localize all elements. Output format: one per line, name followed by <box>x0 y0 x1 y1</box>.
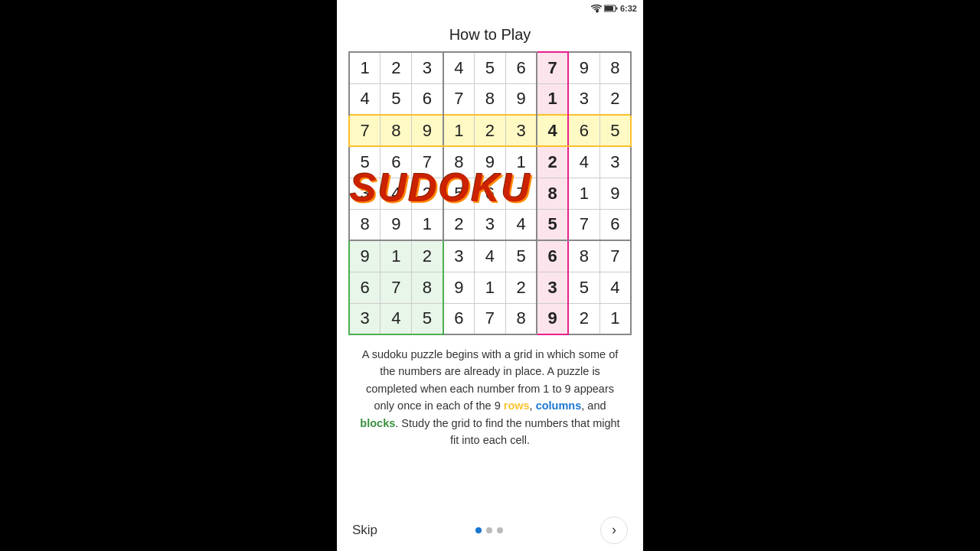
cell-8-4[interactable]: 9 <box>443 272 475 303</box>
cell-9-6[interactable]: 8 <box>505 303 537 334</box>
cell-3-5[interactable]: 2 <box>475 115 506 146</box>
cell-5-9[interactable]: 9 <box>599 178 631 209</box>
cell-9-3[interactable]: 5 <box>412 303 443 334</box>
cell-8-7[interactable]: 3 <box>537 272 568 303</box>
cell-4-5[interactable]: 9 <box>475 146 506 178</box>
cell-5-1[interactable]: 3 <box>349 178 381 209</box>
cell-8-1[interactable]: 6 <box>349 272 381 303</box>
cell-3-4[interactable]: 1 <box>443 115 475 146</box>
cell-5-8[interactable]: 1 <box>568 178 599 209</box>
cell-9-1[interactable]: 3 <box>349 303 381 334</box>
cell-6-9[interactable]: 6 <box>599 209 631 240</box>
description-text: A sudoku puzzle begins with a grid in wh… <box>356 346 624 449</box>
cell-4-4[interactable]: 8 <box>443 146 475 178</box>
cell-2-1[interactable]: 4 <box>349 83 381 115</box>
cell-7-1[interactable]: 9 <box>349 240 381 272</box>
cell-8-3[interactable]: 8 <box>412 272 443 303</box>
cell-2-8[interactable]: 3 <box>568 83 599 115</box>
sudoku-grid: 1 2 3 4 5 6 7 9 8 4 5 6 7 8 9 <box>348 51 632 335</box>
cell-6-7[interactable]: 5 <box>537 209 568 240</box>
cell-1-4[interactable]: 4 <box>443 52 475 83</box>
cell-2-5[interactable]: 8 <box>475 83 506 115</box>
bottom-bar: Skip › <box>337 509 643 551</box>
desc-part-4: . Study the grid to find the numbers tha… <box>395 417 619 446</box>
cell-8-9[interactable]: 4 <box>599 272 631 303</box>
cell-6-6[interactable]: 4 <box>505 209 537 240</box>
cell-6-5[interactable]: 3 <box>475 209 506 240</box>
cell-4-6[interactable]: 1 <box>505 146 537 178</box>
cell-9-2[interactable]: 4 <box>381 303 412 334</box>
cell-1-1[interactable]: 1 <box>349 52 381 83</box>
cell-4-9[interactable]: 3 <box>599 146 631 178</box>
cell-9-8[interactable]: 2 <box>568 303 599 334</box>
next-icon: › <box>612 522 616 538</box>
dot-3 <box>497 527 503 533</box>
cell-1-3[interactable]: 3 <box>412 52 443 83</box>
cell-3-6[interactable]: 3 <box>505 115 537 146</box>
next-button[interactable]: › <box>600 517 628 544</box>
desc-part-2: , <box>530 399 536 412</box>
phone-screen: 6:32 How to Play 1 2 3 4 5 6 7 9 8 <box>337 0 643 551</box>
cell-8-2[interactable]: 7 <box>381 272 412 303</box>
cell-7-3[interactable]: 2 <box>412 240 443 272</box>
cell-1-8[interactable]: 9 <box>568 52 599 83</box>
cell-1-9[interactable]: 8 <box>599 52 631 83</box>
cell-1-6[interactable]: 6 <box>505 52 537 83</box>
svg-rect-1 <box>605 6 613 11</box>
cell-5-4[interactable]: 5 <box>443 178 475 209</box>
cell-5-5[interactable]: 6 <box>475 178 506 209</box>
cell-4-7[interactable]: 2 <box>537 146 568 178</box>
status-bar: 6:32 <box>337 0 643 17</box>
cell-9-4[interactable]: 6 <box>443 303 475 334</box>
cell-2-6[interactable]: 9 <box>505 83 537 115</box>
cell-8-6[interactable]: 2 <box>505 272 537 303</box>
cell-2-2[interactable]: 5 <box>381 83 412 115</box>
cell-6-2[interactable]: 9 <box>381 209 412 240</box>
skip-button[interactable]: Skip <box>352 523 377 538</box>
cell-9-9[interactable]: 1 <box>599 303 631 334</box>
cell-7-5[interactable]: 4 <box>475 240 506 272</box>
cell-7-6[interactable]: 5 <box>505 240 537 272</box>
cell-1-7[interactable]: 7 <box>537 52 568 83</box>
page-title: How to Play <box>449 26 531 44</box>
cell-1-2[interactable]: 2 <box>381 52 412 83</box>
cell-2-7[interactable]: 1 <box>537 83 568 115</box>
cell-5-6[interactable]: 7 <box>505 178 537 209</box>
grid-row-3: 7 8 9 1 2 3 4 6 5 <box>349 115 631 146</box>
cell-8-5[interactable]: 1 <box>475 272 506 303</box>
cell-4-3[interactable]: 7 <box>412 146 443 178</box>
grid-row-5: 3 4 2 5 6 7 8 1 9 <box>349 178 631 209</box>
cell-7-9[interactable]: 7 <box>599 240 631 272</box>
cell-4-8[interactable]: 4 <box>568 146 599 178</box>
cell-6-8[interactable]: 7 <box>568 209 599 240</box>
cell-7-7[interactable]: 6 <box>537 240 568 272</box>
cell-3-8[interactable]: 6 <box>568 115 599 146</box>
cell-1-5[interactable]: 5 <box>475 52 506 83</box>
cell-7-8[interactable]: 8 <box>568 240 599 272</box>
cell-3-9[interactable]: 5 <box>599 115 631 146</box>
cell-3-1[interactable]: 7 <box>349 115 381 146</box>
cell-2-4[interactable]: 7 <box>443 83 475 115</box>
cell-9-5[interactable]: 7 <box>475 303 506 334</box>
cell-3-7[interactable]: 4 <box>537 115 568 146</box>
desc-blocks: blocks <box>360 417 395 429</box>
cell-5-2[interactable]: 4 <box>381 178 412 209</box>
status-icons: 6:32 <box>591 4 637 13</box>
grid-row-9: 3 4 5 6 7 8 9 2 1 <box>349 303 631 334</box>
cell-7-2[interactable]: 1 <box>381 240 412 272</box>
cell-4-1[interactable]: 5 <box>349 146 381 178</box>
cell-6-1[interactable]: 8 <box>349 209 381 240</box>
desc-columns: columns <box>536 399 582 412</box>
cell-6-4[interactable]: 2 <box>443 209 475 240</box>
cell-3-2[interactable]: 8 <box>381 115 412 146</box>
cell-8-8[interactable]: 5 <box>568 272 599 303</box>
cell-2-9[interactable]: 2 <box>599 83 631 115</box>
cell-7-4[interactable]: 3 <box>443 240 475 272</box>
cell-6-3[interactable]: 1 <box>412 209 443 240</box>
cell-3-3[interactable]: 9 <box>412 115 443 146</box>
cell-5-7[interactable]: 8 <box>537 178 568 209</box>
cell-2-3[interactable]: 6 <box>412 83 443 115</box>
cell-9-7[interactable]: 9 <box>537 303 568 334</box>
cell-5-3[interactable]: 2 <box>412 178 443 209</box>
cell-4-2[interactable]: 6 <box>381 146 412 178</box>
